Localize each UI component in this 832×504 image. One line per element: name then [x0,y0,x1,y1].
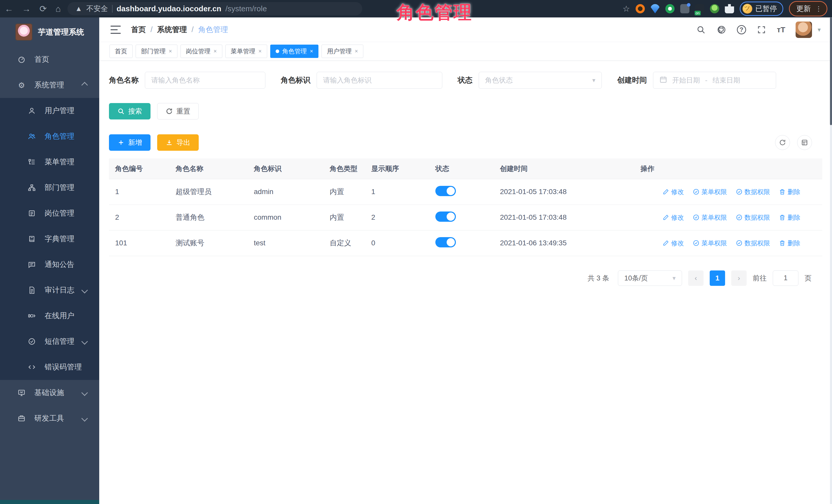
sidebar-item-dict[interactable]: 字典管理 [0,226,99,252]
delete-link[interactable]: 删除 [779,239,801,247]
next-page-button[interactable]: › [731,270,747,286]
add-button[interactable]: 新增 [109,134,151,151]
prev-page-button[interactable]: ‹ [688,270,704,286]
sidebar-item-posts[interactable]: 岗位管理 [0,201,99,226]
tab-roles[interactable]: 角色管理× [270,45,319,58]
role-name-label: 角色名称 [109,75,139,85]
sidebar-item-sms[interactable]: 短信管理 [0,329,99,354]
sidebar-item-infrastructure[interactable]: 基础设施 [0,380,99,405]
role-name-field[interactable] [151,76,259,84]
tab-departments[interactable]: 部门管理× [136,45,177,58]
close-icon[interactable]: × [169,48,172,55]
status-toggle[interactable] [435,212,456,222]
date-end-placeholder[interactable]: 结束日期 [712,76,740,85]
app-logo [16,24,32,41]
data-permission-link[interactable]: 数据权限 [736,213,770,222]
menu-permission-link[interactable]: 菜单权限 [693,213,727,222]
security-warning-icon[interactable]: ▲ [75,5,82,13]
scrollbar[interactable] [830,18,832,504]
extension-icon[interactable] [650,4,660,13]
menu-permission-link[interactable]: 菜单权限 [693,239,727,247]
date-range-picker[interactable]: 开始日期 - 结束日期 [653,72,776,89]
export-button[interactable]: 导出 [157,134,199,151]
column-settings-button[interactable] [797,135,812,150]
extension-icon[interactable]: on [695,4,704,13]
extension-icon[interactable] [710,4,719,13]
edit-link[interactable]: 修改 [662,188,684,196]
profile-paused-chip[interactable]: 已暂停 [740,2,783,16]
delete-link[interactable]: 删除 [779,213,801,222]
tab-home[interactable]: 首页 [109,45,133,58]
refresh-table-button[interactable] [775,135,790,150]
github-icon[interactable] [717,25,727,35]
sidebar-item-error-codes[interactable]: 错误码管理 [0,354,99,380]
address-bar[interactable]: ▲ 不安全 dashboard.yudao.iocoder.cn/system/… [68,2,362,16]
back-icon[interactable]: ← [5,4,13,13]
close-icon[interactable]: × [258,48,262,55]
close-icon[interactable]: × [310,48,313,55]
home-icon[interactable]: ⌂ [56,4,61,13]
tab-label: 角色管理 [282,47,307,55]
avatar-caret-down-icon[interactable]: ▾ [817,26,821,33]
search-icon[interactable] [696,25,706,35]
browser-menu-icon[interactable]: ⋮ [815,5,822,13]
sidebar-item-system[interactable]: ⚙ 系统管理 [0,72,99,98]
close-icon[interactable]: × [214,48,217,55]
reload-icon[interactable]: ⟳ [40,4,47,13]
bookmark-star-icon[interactable]: ☆ [623,4,630,14]
sidebar-item-online-users[interactable]: 在线用户 [0,303,99,329]
user-avatar[interactable] [796,22,812,38]
sidebar-item-dev-tools[interactable]: 研发工具 [0,405,99,431]
edit-link[interactable]: 修改 [662,213,684,222]
update-label: 更新 [796,4,811,14]
edit-link[interactable]: 修改 [662,239,684,247]
goto-page-input[interactable] [773,270,799,286]
role-name-input[interactable] [145,72,265,89]
data-permission-link[interactable]: 数据权限 [736,239,770,247]
fullscreen-icon[interactable] [756,25,766,35]
help-icon[interactable]: ? [737,25,746,34]
close-icon[interactable]: × [355,48,358,55]
date-start-placeholder[interactable]: 开始日期 [672,76,700,85]
reset-button[interactable]: 重置 [157,103,199,120]
page-1-button[interactable]: 1 [710,270,725,286]
tab-label: 用户管理 [327,47,352,55]
sidebar-item-home[interactable]: 首页 [0,47,99,72]
search-form: 角色名称 角色标识 状态 角色状态 ▾ 创建时间 开始日期 - 结束日期 [109,72,822,89]
extension-icon[interactable] [665,4,675,13]
sidebar-item-menus[interactable]: 菜单管理 [0,149,99,175]
sidebar-item-audit-log[interactable]: 审计日志 [0,277,99,303]
breadcrumb-home[interactable]: 首页 [131,25,146,35]
search-button[interactable]: 搜索 [109,103,151,120]
puzzle-extension-icon[interactable] [725,4,734,13]
extension-icon[interactable] [680,4,690,13]
cell-sort: 2 [365,205,429,230]
sidebar-item-roles[interactable]: 角色管理 [0,124,99,149]
tab-posts[interactable]: 岗位管理× [181,45,222,58]
sidebar-item-notice[interactable]: 通知公告 [0,252,99,277]
forward-icon[interactable]: → [22,4,31,13]
breadcrumb-system[interactable]: 系统管理 [157,25,187,35]
menu-permission-link[interactable]: 菜单权限 [693,188,727,196]
tab-menus[interactable]: 菜单管理× [225,45,267,58]
cell-role-name: 测试账号 [170,230,248,256]
status-select[interactable]: 角色状态 ▾ [479,72,602,89]
sidebar-item-departments[interactable]: 部门管理 [0,175,99,201]
font-size-icon[interactable]: тT [777,25,785,34]
sidebar-item-label: 错误码管理 [45,362,82,372]
role-code-input[interactable] [317,72,442,89]
app-logo-row[interactable]: 芋道管理系统 [0,18,99,47]
page-size-select[interactable]: 10条/页 ▾ [618,270,682,286]
sidebar-item-label: 审计日志 [45,285,74,295]
hamburger-icon[interactable] [110,25,121,34]
delete-link[interactable]: 删除 [779,188,801,196]
sidebar-item-users[interactable]: 用户管理 [0,98,99,124]
browser-update-button[interactable]: 更新 ⋮ [789,1,827,17]
goto-page-field[interactable] [779,274,792,282]
role-code-field[interactable] [323,76,436,84]
status-toggle[interactable] [435,237,456,247]
status-toggle[interactable] [435,186,456,196]
tab-users[interactable]: 用户管理× [321,45,363,58]
extension-icon[interactable] [635,4,645,13]
data-permission-link[interactable]: 数据权限 [736,188,770,196]
